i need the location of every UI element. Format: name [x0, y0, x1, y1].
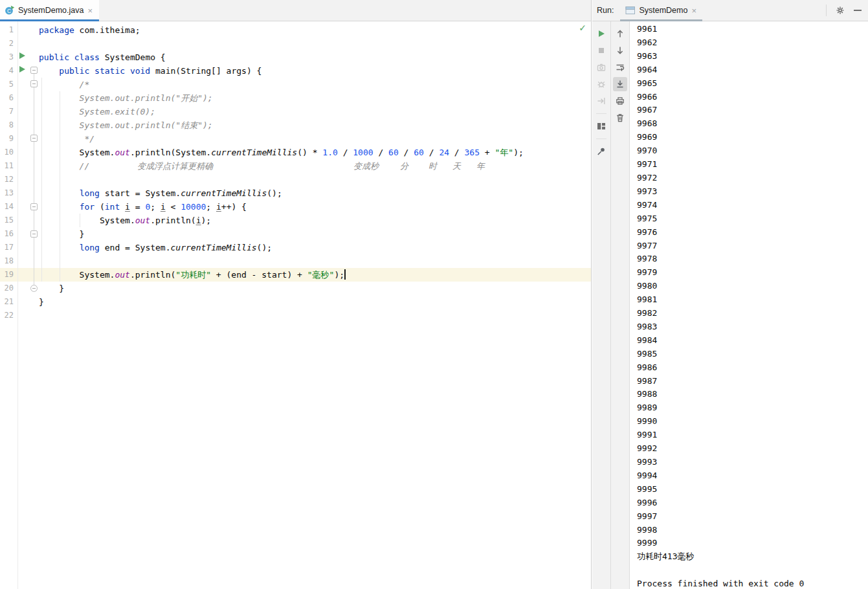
hide-panel-icon[interactable]	[854, 10, 862, 11]
line-number: 4	[0, 64, 14, 78]
code-line[interactable]: }	[39, 227, 591, 241]
code-line[interactable]	[39, 254, 591, 268]
clear-all-button[interactable]	[613, 111, 627, 125]
line-number: 2	[0, 37, 14, 50]
soft-wrap-button[interactable]	[613, 60, 627, 74]
fold-marker[interactable]	[30, 203, 38, 210]
code-line[interactable]: }	[39, 295, 591, 309]
close-icon[interactable]: ×	[691, 6, 697, 15]
code-line[interactable]: System.exit(0);	[39, 105, 591, 118]
editor-tab-bar: C SystemDemo.java ×	[0, 0, 591, 21]
console-line: 9993	[637, 456, 868, 469]
editor-tab-label: SystemDemo.java	[18, 6, 83, 15]
line-number: 10	[0, 146, 14, 159]
screenshot-button	[594, 60, 608, 74]
toolbar-separator	[596, 113, 606, 114]
console-line: 9971	[637, 158, 868, 172]
svg-text:C: C	[7, 8, 11, 14]
console-line: 9994	[637, 469, 868, 483]
console-line: 9986	[637, 361, 868, 375]
code-line[interactable]: System.out.println(System.currentTimeMil…	[39, 146, 591, 159]
scroll-to-end-button[interactable]	[613, 77, 627, 91]
up-stack-trace-button[interactable]	[613, 27, 627, 41]
console-line: 9963	[637, 50, 868, 63]
stop-button	[594, 43, 608, 58]
console-line: 9980	[637, 280, 868, 293]
code-line[interactable]: public static void main(String[] args) {	[39, 64, 591, 78]
services-dashboard-button[interactable]	[594, 119, 608, 133]
run-body: 9961996299639964996599669967996899699970…	[592, 21, 868, 589]
print-button[interactable]	[613, 94, 627, 108]
pin-tab-button[interactable]	[594, 144, 608, 159]
line-number: 16	[0, 227, 14, 241]
console-line: 9961	[637, 23, 868, 36]
code-line[interactable]: long start = System.currentTimeMillis();	[39, 186, 591, 200]
fold-marker[interactable]	[30, 80, 38, 87]
console-line: 9988	[637, 388, 868, 401]
run-class-icon[interactable]	[18, 52, 26, 60]
console-line: 9992	[637, 442, 868, 456]
fold-marker[interactable]	[30, 230, 38, 238]
java-runnable-class-icon: C	[5, 5, 15, 16]
code-line[interactable]	[39, 309, 591, 322]
code-editor[interactable]: 12345678910111213141516171819202122 pack…	[0, 21, 591, 589]
console-line: 9990	[637, 415, 868, 428]
code-line[interactable]: /*	[39, 78, 591, 91]
intellij-window: C SystemDemo.java × 12345678910111213141…	[0, 0, 868, 589]
run-header: Run: SystemDemo ×	[592, 0, 868, 21]
console-line: 9998	[637, 524, 868, 537]
console-line	[637, 564, 868, 577]
console-line: 9972	[637, 172, 868, 185]
gutter-separator	[17, 21, 18, 589]
line-number: 8	[0, 118, 14, 132]
code-line[interactable]: */	[39, 132, 591, 146]
console-line: 9967	[637, 104, 868, 117]
code-line[interactable]: //变成浮点计算更精确变成秒分时天年	[39, 159, 591, 173]
console-output[interactable]: 9961996299639964996599669967996899699970…	[630, 21, 868, 589]
line-number: 12	[0, 173, 14, 186]
run-tab-systemdemo[interactable]: SystemDemo ×	[620, 0, 702, 21]
line-numbers: 12345678910111213141516171819202122	[0, 23, 14, 322]
stop-icon	[596, 45, 606, 56]
code-line[interactable]: System.out.println("结束");	[39, 118, 591, 132]
line-number: 18	[0, 254, 14, 268]
console-line: 9997	[637, 510, 868, 524]
console-line: 9996	[637, 496, 868, 510]
code-line[interactable]	[39, 173, 591, 186]
line-number: 7	[0, 105, 14, 118]
console-line: 9973	[637, 185, 868, 199]
fold-marker[interactable]	[30, 67, 38, 74]
trash-icon	[615, 113, 625, 123]
code-line[interactable]: for (int i = 0; i < 10000; i++) {	[39, 200, 591, 214]
editor-pane: C SystemDemo.java × 12345678910111213141…	[0, 0, 592, 589]
console-line: 9985	[637, 348, 868, 361]
code-line[interactable]: public class SystemDemo {	[39, 50, 591, 64]
code-line[interactable]: long end = System.currentTimeMillis();	[39, 241, 591, 254]
gear-icon[interactable]	[835, 5, 845, 16]
line-number: 22	[0, 309, 14, 322]
run-tab-label: SystemDemo	[639, 6, 687, 15]
bug-rerun-icon	[596, 79, 606, 89]
code-line[interactable]: }	[39, 282, 591, 295]
editor-tab-systemdemo[interactable]: C SystemDemo.java ×	[0, 0, 99, 21]
rerun-button[interactable]	[594, 27, 608, 41]
console-line: 9977	[637, 239, 868, 253]
printer-icon	[615, 96, 625, 106]
close-icon[interactable]: ×	[87, 6, 93, 15]
run-panel-title: Run:	[597, 6, 614, 15]
console-line: 9969	[637, 131, 868, 144]
fold-marker[interactable]	[30, 285, 38, 292]
console-line: 9964	[637, 63, 868, 77]
code-line[interactable]	[39, 37, 591, 50]
inspection-ok-icon[interactable]: ✓	[579, 23, 586, 33]
line-number: 13	[0, 186, 14, 200]
line-number: 20	[0, 282, 14, 295]
fold-marker[interactable]	[30, 135, 38, 142]
code-line[interactable]: System.out.println(i);	[39, 214, 591, 227]
code-line[interactable]: System.out.println("功耗时" + (end - start)…	[39, 268, 591, 282]
rerun-icon	[596, 28, 606, 39]
code-line[interactable]: package com.itheima;	[39, 23, 591, 37]
run-main-icon[interactable]	[18, 65, 26, 73]
down-stack-trace-button[interactable]	[613, 43, 627, 58]
code-line[interactable]: System.out.println("开始");	[39, 91, 591, 105]
